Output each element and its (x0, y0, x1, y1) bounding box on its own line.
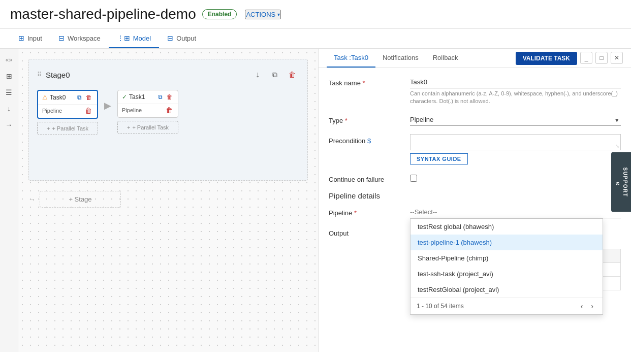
input-icon: ⊞ (18, 34, 24, 42)
pagination-next-button[interactable]: › (588, 301, 596, 311)
task-card-task1[interactable]: ✓ Task1 ⧉ 🗑 Pipeline 🗑 (117, 90, 178, 118)
main-content: «» ⊞ ☰ ↓ → ⠿ Stage0 ↓ ⧉ 🗑 (0, 49, 631, 352)
drag-handle-icon: ⠿ (37, 71, 42, 78)
download-icon-button[interactable]: ↓ (2, 102, 16, 116)
pagination-label: 1 - 10 of 54 items (417, 303, 464, 310)
precondition-row: Precondition $ ⤡ SYNTAX GUIDE (329, 134, 621, 164)
pipeline-select-wrapper: testRest global (bhawesh) test-pipeline-… (410, 206, 621, 218)
page-header: master-shared-pipeline-demo Enabled ACTI… (0, 0, 631, 29)
arrow-connector: ▶ (104, 100, 111, 111)
pipeline-label: Pipeline * (329, 206, 410, 217)
tab-task[interactable]: Task :Task0 (327, 49, 375, 68)
model-icon: ⋮⊞ (117, 34, 130, 42)
continue-on-failure-checkbox[interactable] (410, 175, 417, 182)
delete-stage-button[interactable]: 🗑 (285, 68, 299, 82)
layers-icon-button[interactable]: ☰ (2, 85, 16, 100)
enabled-badge: Enabled (202, 9, 237, 19)
sidebar-icons: «» ⊞ ☰ ↓ → (0, 49, 18, 352)
output-icon: ⊟ (167, 34, 173, 42)
success-icon: ✓ (122, 93, 127, 101)
nav-tabs: ⊞ Input ⊟ Workspace ⋮⊞ Model ⊟ Output (0, 29, 631, 49)
precondition-input[interactable] (413, 137, 618, 144)
grid-icon-button[interactable]: ⊞ (2, 69, 16, 83)
support-chevron-icon: « (614, 182, 622, 186)
type-label: Type * (329, 114, 410, 124)
warning-icon: ⚠ (42, 94, 48, 101)
remove-task1-button[interactable]: 🗑 (165, 106, 174, 114)
task-card-task0[interactable]: ⚠ Task0 ⧉ 🗑 Pipeline 🗑 (37, 90, 98, 119)
precondition-label: Precondition $ (329, 134, 410, 145)
resize-handle-icon: ⤡ (615, 143, 619, 149)
add-parallel-task1-button[interactable]: + + Parallel Task (117, 121, 178, 134)
tasks-row: ⚠ Task0 ⧉ 🗑 Pipeline 🗑 (37, 90, 299, 135)
right-panel: Task :Task0 Notifications Rollback VALID… (318, 49, 631, 352)
dropdown-item-5[interactable]: testRestGlobal (project_avi) (411, 282, 603, 297)
tab-output[interactable]: ⊟ Output (159, 29, 204, 48)
panel-body: Task name * Can contain alphanumeric (a-… (319, 68, 631, 352)
dropdown-item-1[interactable]: testRest global (bhawesh) (411, 219, 603, 235)
workspace-icon: ⊟ (58, 34, 65, 42)
pipeline-dropdown: testRest global (bhawesh) test-pipeline-… (410, 218, 603, 315)
copy-task0-button[interactable]: ⧉ (76, 94, 83, 101)
task-name-input[interactable] (410, 76, 621, 88)
delete-task0-button[interactable]: 🗑 (85, 94, 93, 101)
required-indicator: * (363, 79, 365, 87)
pagination-prev-button[interactable]: ‹ (578, 301, 586, 311)
support-tab[interactable]: SUPPORT « (611, 152, 631, 212)
task-name-hint: Can contain alphanumeric (a-z, A-Z, 0-9)… (410, 90, 621, 106)
output-label: Output (329, 226, 410, 237)
pipeline-details-title: Pipeline details (329, 191, 621, 200)
copy-task1-button[interactable]: ⧉ (157, 93, 164, 101)
continue-on-failure-label: Continue on failure (329, 173, 410, 183)
page-title: master-shared-pipeline-demo (10, 6, 196, 22)
collapse-sidebar-button[interactable]: «» (2, 53, 16, 67)
plus-icon: + (47, 125, 50, 131)
remove-task0-button[interactable]: 🗑 (84, 107, 93, 115)
copy-stage-button[interactable]: ⧉ (268, 68, 282, 82)
delete-task1-button[interactable]: 🗑 (166, 93, 174, 101)
chevron-down-icon: ▾ (277, 12, 280, 17)
dropdown-item-4[interactable]: test-ssh-task (project_avi) (411, 266, 603, 282)
panel-tabs: Task :Task0 Notifications Rollback VALID… (319, 49, 631, 68)
down-arrow-icon: → (28, 195, 36, 204)
stage-name: Stage0 (46, 71, 70, 79)
tab-input[interactable]: ⊞ Input (10, 29, 50, 48)
type-select[interactable]: Pipeline (410, 114, 621, 126)
pipeline-row: Pipeline * testRest global (bhawesh) tes… (329, 206, 621, 218)
task-name-row: Task name * Can contain alphanumeric (a-… (329, 76, 621, 106)
stage-container: ⠿ Stage0 ↓ ⧉ 🗑 ⚠ Task0 (28, 59, 308, 181)
add-parallel-task0-button[interactable]: + + Parallel Task (37, 122, 98, 135)
minimize-button[interactable]: _ (580, 52, 592, 64)
dropdown-item-3[interactable]: Shared-Pipeline (chimp) (411, 250, 603, 266)
canvas-area: ⠿ Stage0 ↓ ⧉ 🗑 ⚠ Task0 (18, 49, 318, 352)
type-control: Pipeline (410, 114, 621, 126)
tab-model[interactable]: ⋮⊞ Model (109, 29, 159, 48)
dropdown-item-2[interactable]: test-pipeline-1 (bhawesh) (411, 235, 603, 250)
precondition-control: ⤡ SYNTAX GUIDE (410, 134, 621, 164)
add-stage-button[interactable]: + Stage (40, 191, 121, 208)
pipeline-select-input[interactable] (410, 206, 621, 218)
syntax-guide-button[interactable]: SYNTAX GUIDE (410, 153, 468, 164)
download-stage-button[interactable]: ↓ (250, 68, 265, 82)
continue-on-failure-control (410, 173, 621, 183)
plus-icon-1: + (127, 124, 130, 130)
stage-header: ⠿ Stage0 ↓ ⧉ 🗑 (37, 68, 299, 82)
continue-on-failure-row: Continue on failure (329, 173, 621, 183)
close-button[interactable]: ✕ (611, 52, 623, 64)
type-row: Type * Pipeline (329, 114, 621, 126)
arrow-icon-button[interactable]: → (2, 118, 16, 132)
maximize-button[interactable]: □ (595, 52, 608, 64)
tab-workspace[interactable]: ⊟ Workspace (50, 29, 109, 48)
validate-task-button[interactable]: VALIDATE TASK (516, 52, 577, 65)
task-name-label: Task name * (329, 76, 410, 87)
actions-button[interactable]: ACTIONS ▾ (245, 10, 281, 19)
dropdown-footer: 1 - 10 of 54 items ‹ › (411, 297, 603, 314)
precondition-textarea-wrapper: ⤡ (410, 134, 621, 150)
tab-rollback[interactable]: Rollback (426, 49, 465, 68)
tab-notifications[interactable]: Notifications (375, 49, 426, 68)
task-name-control: Can contain alphanumeric (a-z, A-Z, 0-9)… (410, 76, 621, 106)
